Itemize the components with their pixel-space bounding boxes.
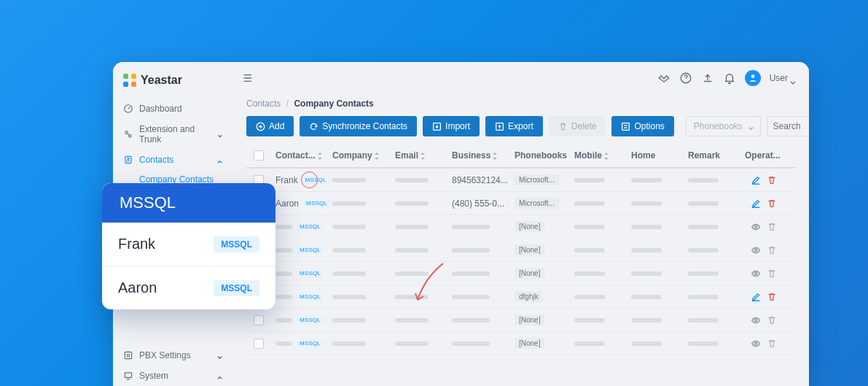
- delete-icon[interactable]: [767, 198, 777, 209]
- button-label: Delete: [571, 121, 597, 131]
- mssql-tag: MSSQL: [297, 246, 324, 254]
- svg-point-4: [128, 158, 129, 160]
- svg-point-9: [751, 74, 754, 78]
- search-input[interactable]: [773, 121, 809, 131]
- sidebar-item-dashboard[interactable]: Dashboard: [113, 99, 233, 119]
- user-menu[interactable]: User: [770, 73, 796, 83]
- breadcrumb-root[interactable]: Contacts: [246, 99, 281, 109]
- edit-icon[interactable]: [751, 198, 761, 209]
- th-remark: Remark: [684, 150, 740, 161]
- cell-operate: [740, 339, 781, 349]
- cell-company: [328, 271, 391, 276]
- delete-icon[interactable]: [767, 292, 777, 302]
- sidebar-item-extension[interactable]: Extension and Trunk: [113, 119, 233, 150]
- cell-contact: FrankMSSQL: [271, 175, 328, 185]
- mssql-tag: MSSQL: [297, 293, 324, 301]
- user-label-text: User: [770, 73, 788, 83]
- view-icon[interactable]: [751, 269, 761, 279]
- th-contact[interactable]: Contact...: [271, 150, 328, 161]
- cell-business: 8945632124...: [447, 175, 510, 185]
- svg-point-6: [127, 354, 130, 357]
- add-button[interactable]: Add: [246, 116, 294, 136]
- delete-icon[interactable]: [767, 245, 777, 255]
- th-company[interactable]: Company: [328, 150, 391, 161]
- row-checkbox[interactable]: [254, 315, 264, 325]
- cell-phonebook: Microsoft...: [510, 174, 570, 185]
- row-checkbox[interactable]: [254, 339, 264, 349]
- cell: [627, 318, 684, 323]
- mssql-tag: MSSQL: [303, 199, 330, 207]
- search-box[interactable]: [767, 116, 809, 136]
- chevron-up-icon: [216, 157, 223, 163]
- cell-business: [447, 248, 510, 252]
- svg-rect-13: [622, 123, 630, 130]
- cell-operate: [740, 269, 781, 279]
- cell: [570, 201, 627, 206]
- export-icon: [495, 122, 504, 131]
- options-button[interactable]: Options: [611, 116, 673, 136]
- handshake-icon[interactable]: [657, 72, 670, 85]
- delete-icon[interactable]: [767, 269, 777, 279]
- collapse-sidebar-button[interactable]: [241, 73, 252, 83]
- sync-button[interactable]: Synchronize Contacts: [300, 116, 417, 136]
- sidebar-item-system[interactable]: System: [113, 366, 233, 386]
- sort-icon: [492, 152, 498, 159]
- cell-contact: MSSQL: [271, 223, 328, 231]
- cell-operate: [740, 222, 781, 232]
- cell-business: [447, 341, 510, 346]
- sidebar-item-pbx[interactable]: PBX Settings: [113, 345, 233, 366]
- avatar[interactable]: [745, 70, 761, 86]
- cell-email: [391, 248, 447, 252]
- cell: [570, 248, 627, 252]
- th-home: Home: [627, 150, 684, 161]
- export-button[interactable]: Export: [485, 116, 543, 136]
- cell-email: [391, 178, 447, 182]
- cell-business: (480) 555-0...: [447, 198, 510, 209]
- cell-contact: MSSQL: [271, 293, 328, 301]
- help-icon[interactable]: [679, 72, 692, 85]
- chevron-down-icon: [217, 131, 223, 138]
- overlay-title: MSSQL: [102, 183, 275, 223]
- dashboard-icon: [123, 104, 133, 114]
- table-row: MSSQL[None]: [246, 332, 796, 355]
- cell: [684, 225, 740, 229]
- view-icon[interactable]: [751, 245, 761, 255]
- view-icon[interactable]: [751, 222, 761, 232]
- cell-phonebook: [None]: [510, 314, 570, 325]
- cell-company: [328, 178, 391, 182]
- cell-business: [447, 318, 510, 323]
- th-email[interactable]: Email: [391, 150, 447, 161]
- select-all-checkbox[interactable]: [254, 150, 264, 161]
- cell-phonebook: dfghjk: [510, 291, 570, 302]
- import-button[interactable]: Import: [423, 116, 480, 136]
- sort-icon: [317, 152, 323, 159]
- svg-rect-7: [125, 373, 131, 377]
- cell-email: [391, 201, 447, 206]
- cell: [570, 271, 627, 276]
- svg-point-16: [754, 249, 756, 251]
- overlay-row: AaronMSSQL: [102, 266, 275, 309]
- chevron-down-icon: [216, 352, 223, 359]
- phonebooks-select[interactable]: Phonebooks: [686, 116, 761, 136]
- cell-email: [391, 318, 447, 323]
- delete-icon[interactable]: [767, 222, 777, 232]
- view-icon[interactable]: [751, 339, 761, 349]
- delete-icon[interactable]: [767, 315, 777, 325]
- cell: [627, 271, 684, 276]
- upload-icon[interactable]: [701, 72, 714, 85]
- sidebar-item-contacts[interactable]: Contacts: [113, 150, 233, 170]
- view-icon[interactable]: [751, 315, 761, 325]
- table-header: Contact... Company Email Business Phoneb…: [246, 144, 796, 169]
- cell-company: [328, 295, 391, 299]
- bell-icon[interactable]: [723, 72, 736, 85]
- cell-company: [328, 318, 391, 323]
- edit-icon[interactable]: [751, 292, 761, 302]
- edit-icon[interactable]: [751, 175, 761, 185]
- delete-icon[interactable]: [767, 175, 777, 185]
- delete-icon[interactable]: [767, 339, 777, 349]
- cell: [627, 248, 684, 252]
- cell-business: [447, 295, 510, 299]
- th-business[interactable]: Business: [447, 150, 510, 161]
- sort-icon: [603, 152, 609, 159]
- th-mobile[interactable]: Mobile: [570, 150, 627, 161]
